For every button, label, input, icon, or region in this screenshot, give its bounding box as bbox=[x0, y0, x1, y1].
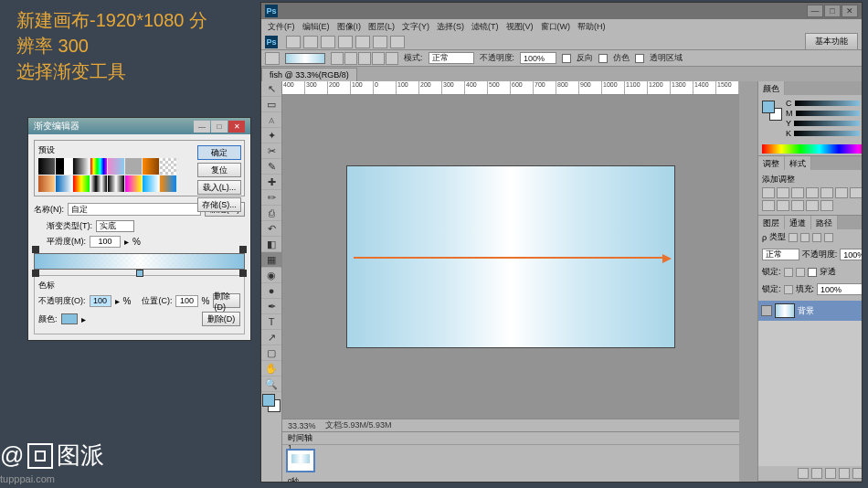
color-stop[interactable] bbox=[32, 270, 39, 277]
load-button[interactable]: 载入(L)... bbox=[197, 180, 241, 195]
eyedropper-tool[interactable]: ✎ bbox=[261, 159, 281, 175]
preset-swatch[interactable] bbox=[160, 158, 176, 175]
color-tab[interactable]: 颜色 bbox=[758, 81, 785, 95]
move-tool[interactable]: ↖ bbox=[261, 81, 281, 97]
smoothness-input[interactable]: 100 bbox=[90, 236, 121, 248]
opacity-input[interactable]: 100% bbox=[520, 52, 556, 64]
linear-gradient-icon[interactable] bbox=[331, 52, 344, 65]
toolbar-icon[interactable] bbox=[355, 36, 370, 48]
menu-select[interactable]: 选择(S) bbox=[434, 21, 467, 33]
save-button[interactable]: 存储(S)... bbox=[197, 197, 241, 212]
menu-filter[interactable]: 滤镜(T) bbox=[469, 21, 502, 33]
lasso-tool[interactable]: ⟑ bbox=[261, 112, 281, 128]
diamond-gradient-icon[interactable] bbox=[386, 52, 398, 65]
stop-position-input[interactable]: 100 bbox=[175, 295, 197, 307]
opacity-stop[interactable] bbox=[32, 246, 39, 253]
reflected-gradient-icon[interactable] bbox=[372, 52, 385, 65]
preset-swatch[interactable] bbox=[143, 175, 159, 192]
stop-opacity-input[interactable]: 100 bbox=[90, 295, 111, 307]
canvas-viewport[interactable] bbox=[282, 95, 739, 419]
workspace-switcher[interactable]: 基本功能 bbox=[805, 33, 858, 50]
collapsed-panels[interactable] bbox=[739, 81, 757, 482]
fx-icon[interactable] bbox=[798, 468, 809, 479]
adjustments-tab[interactable]: 调整 bbox=[758, 156, 785, 170]
color-stop[interactable] bbox=[239, 270, 247, 277]
preset-swatch[interactable] bbox=[125, 158, 142, 175]
zoom-level[interactable]: 33.33% bbox=[288, 421, 316, 430]
radial-gradient-icon[interactable] bbox=[344, 52, 357, 65]
gradient-tool[interactable]: ▦ bbox=[261, 252, 281, 268]
color-stop[interactable] bbox=[136, 270, 143, 277]
zoom-tool[interactable]: 🔍 bbox=[261, 377, 281, 392]
blend-mode[interactable]: 正常 bbox=[762, 249, 799, 260]
preset-swatch[interactable] bbox=[38, 175, 55, 192]
preset-swatch[interactable] bbox=[125, 175, 142, 192]
maximize-button[interactable]: □ bbox=[824, 5, 841, 17]
ok-button[interactable]: 确定 bbox=[197, 145, 241, 160]
pen-tool[interactable]: ✒ bbox=[261, 299, 281, 314]
blend-mode-select[interactable]: 正常 bbox=[429, 52, 474, 64]
layers-tab[interactable]: 图层 bbox=[758, 216, 785, 229]
menu-view[interactable]: 视图(V) bbox=[503, 21, 536, 33]
toolbar-icon[interactable] bbox=[390, 36, 405, 48]
toolbar-icon[interactable] bbox=[338, 36, 353, 48]
stamp-tool[interactable]: ⎙ bbox=[261, 206, 281, 221]
menu-edit[interactable]: 编辑(E) bbox=[300, 21, 333, 33]
pass-checkbox[interactable] bbox=[808, 268, 817, 277]
path-tool[interactable]: ↗ bbox=[261, 330, 281, 345]
adj-icon[interactable] bbox=[762, 200, 775, 211]
reverse-checkbox[interactable] bbox=[562, 54, 571, 63]
opacity-stop[interactable] bbox=[239, 246, 247, 253]
preset-swatch[interactable] bbox=[90, 175, 107, 192]
layer-row[interactable]: 背景 bbox=[758, 301, 862, 321]
timeline-frame[interactable] bbox=[286, 449, 315, 472]
adj-icon[interactable] bbox=[820, 200, 833, 211]
preset-swatch[interactable] bbox=[56, 175, 72, 192]
crop-tool[interactable]: ✂ bbox=[261, 143, 281, 159]
close-button[interactable]: ✕ bbox=[842, 5, 858, 17]
adj-icon[interactable] bbox=[777, 200, 789, 211]
delete-stop-button[interactable]: 删除(D) bbox=[202, 312, 240, 326]
marquee-tool[interactable]: ▭ bbox=[261, 97, 281, 112]
delete-stop-button[interactable]: 删除(D) bbox=[213, 293, 240, 308]
healing-tool[interactable]: ✚ bbox=[261, 175, 281, 190]
layer-thumbnail[interactable] bbox=[775, 303, 795, 318]
preset-swatch[interactable] bbox=[73, 175, 90, 192]
wand-tool[interactable]: ✦ bbox=[261, 128, 281, 143]
adj-icon[interactable] bbox=[791, 200, 804, 211]
paths-tab[interactable]: 路径 bbox=[811, 216, 838, 229]
menu-layer[interactable]: 图层(L) bbox=[365, 21, 397, 33]
adj-icon[interactable] bbox=[850, 187, 862, 198]
dialog-max-icon[interactable]: □ bbox=[211, 121, 228, 133]
shape-tool[interactable]: ▢ bbox=[261, 345, 281, 361]
blur-tool[interactable]: ◉ bbox=[261, 268, 281, 283]
preset-swatch[interactable] bbox=[38, 158, 55, 175]
gradient-bar[interactable] bbox=[34, 253, 245, 270]
gradient-type-select[interactable]: 实底 bbox=[96, 220, 134, 232]
adj-icon[interactable] bbox=[806, 187, 819, 198]
history-brush-tool[interactable]: ↶ bbox=[261, 221, 281, 237]
menu-window[interactable]: 窗口(W) bbox=[538, 21, 574, 33]
tool-preset[interactable] bbox=[265, 52, 280, 65]
document-tab[interactable]: fish @ 33.3%(RGB/8) bbox=[261, 68, 357, 81]
brush-tool[interactable]: ✏ bbox=[261, 190, 281, 206]
visibility-icon[interactable] bbox=[761, 305, 772, 316]
adj-icon[interactable] bbox=[806, 200, 819, 211]
adj-icon[interactable] bbox=[835, 187, 848, 198]
preset-swatch[interactable] bbox=[143, 158, 159, 175]
adj-icon[interactable] bbox=[777, 187, 789, 198]
styles-tab[interactable]: 样式 bbox=[785, 156, 811, 170]
preset-swatch[interactable] bbox=[108, 175, 124, 192]
toolbar-icon[interactable] bbox=[321, 36, 335, 48]
adj-icon[interactable] bbox=[820, 187, 833, 198]
canvas[interactable] bbox=[346, 165, 675, 348]
toolbar-icon[interactable] bbox=[373, 36, 387, 48]
toolbar-icon[interactable] bbox=[286, 36, 301, 48]
dither-checkbox[interactable] bbox=[598, 54, 608, 63]
type-tool[interactable]: T bbox=[261, 314, 281, 330]
toolbar-icon[interactable] bbox=[303, 36, 318, 48]
stop-color-swatch[interactable] bbox=[61, 313, 78, 324]
gradient-preview[interactable] bbox=[285, 53, 325, 64]
transparency-checkbox[interactable] bbox=[635, 54, 644, 63]
menu-image[interactable]: 图像(I) bbox=[334, 21, 365, 33]
